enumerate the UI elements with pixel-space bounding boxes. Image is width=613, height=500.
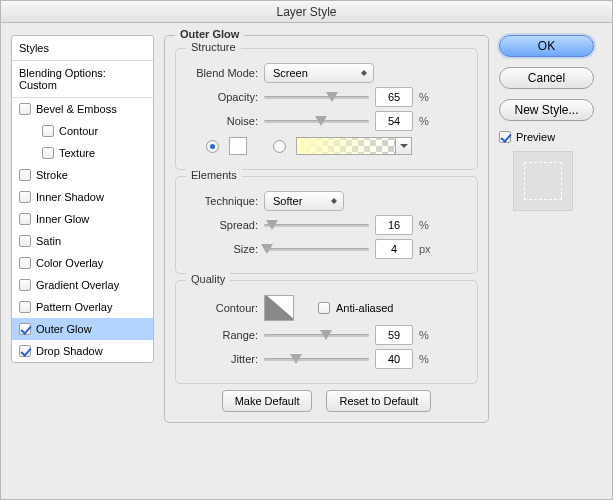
style-label: Inner Shadow bbox=[36, 191, 104, 203]
style-row-pattern-overlay[interactable]: Pattern Overlay bbox=[12, 296, 153, 318]
updown-icon bbox=[359, 66, 369, 80]
settings-column: Outer Glow Structure Blend Mode: Screen … bbox=[164, 35, 489, 489]
opacity-input[interactable]: 65 bbox=[375, 87, 413, 107]
style-label: Drop Shadow bbox=[36, 345, 103, 357]
style-checkbox[interactable] bbox=[19, 345, 31, 357]
style-row-texture[interactable]: Texture bbox=[12, 142, 153, 164]
range-input[interactable]: 59 bbox=[375, 325, 413, 345]
range-label: Range: bbox=[186, 329, 258, 341]
technique-row: Technique: Softer bbox=[186, 191, 467, 211]
cancel-button[interactable]: Cancel bbox=[499, 67, 594, 89]
opacity-unit: % bbox=[419, 91, 437, 103]
style-row-drop-shadow[interactable]: Drop Shadow bbox=[12, 340, 153, 362]
reset-default-button[interactable]: Reset to Default bbox=[326, 390, 431, 412]
size-input[interactable]: 4 bbox=[375, 239, 413, 259]
style-checkbox[interactable] bbox=[42, 147, 54, 159]
style-row-color-overlay[interactable]: Color Overlay bbox=[12, 252, 153, 274]
style-checkbox[interactable] bbox=[42, 125, 54, 137]
make-default-button[interactable]: Make Default bbox=[222, 390, 313, 412]
styles-column: Styles Blending Options: Custom Bevel & … bbox=[11, 35, 154, 489]
jitter-input[interactable]: 40 bbox=[375, 349, 413, 369]
contour-label: Contour: bbox=[186, 302, 258, 314]
color-swatch[interactable] bbox=[229, 137, 247, 155]
style-label: Pattern Overlay bbox=[36, 301, 112, 313]
jitter-row: Jitter: 40 % bbox=[186, 349, 467, 369]
elements-group: Elements Technique: Softer Spread: bbox=[175, 176, 478, 274]
layer-style-dialog: Layer Style Styles Blending Options: Cus… bbox=[0, 0, 613, 500]
style-row-contour[interactable]: Contour bbox=[12, 120, 153, 142]
style-checkbox[interactable] bbox=[19, 323, 31, 335]
noise-input[interactable]: 54 bbox=[375, 111, 413, 131]
size-row: Size: 4 px bbox=[186, 239, 467, 259]
noise-slider[interactable] bbox=[264, 113, 369, 129]
style-row-bevel-emboss[interactable]: Bevel & Emboss bbox=[12, 98, 153, 120]
style-label: Texture bbox=[59, 147, 95, 159]
style-checkbox[interactable] bbox=[19, 235, 31, 247]
style-row-satin[interactable]: Satin bbox=[12, 230, 153, 252]
style-label: Contour bbox=[59, 125, 98, 137]
style-checkbox[interactable] bbox=[19, 103, 31, 115]
group-title: Outer Glow bbox=[175, 28, 244, 40]
style-row-gradient-overlay[interactable]: Gradient Overlay bbox=[12, 274, 153, 296]
gradient-preview bbox=[296, 137, 396, 155]
actions-column: OK Cancel New Style... Preview bbox=[499, 35, 594, 489]
style-checkbox[interactable] bbox=[19, 279, 31, 291]
structure-legend: Structure bbox=[186, 41, 241, 53]
jitter-unit: % bbox=[419, 353, 437, 365]
gradient-swatch[interactable] bbox=[296, 137, 412, 155]
default-buttons-row: Make Default Reset to Default bbox=[175, 390, 478, 412]
blend-mode-select[interactable]: Screen bbox=[264, 63, 374, 83]
style-checkbox[interactable] bbox=[19, 213, 31, 225]
contour-row: Contour: Anti-aliased bbox=[186, 295, 467, 321]
spread-slider[interactable] bbox=[264, 217, 369, 233]
jitter-label: Jitter: bbox=[186, 353, 258, 365]
style-row-stroke[interactable]: Stroke bbox=[12, 164, 153, 186]
spread-label: Spread: bbox=[186, 219, 258, 231]
preview-row: Preview bbox=[499, 131, 594, 143]
glow-color-row bbox=[186, 137, 467, 155]
quality-legend: Quality bbox=[186, 273, 230, 285]
style-checkbox[interactable] bbox=[19, 257, 31, 269]
blend-mode-row: Blend Mode: Screen bbox=[186, 63, 467, 83]
style-label: Color Overlay bbox=[36, 257, 103, 269]
range-row: Range: 59 % bbox=[186, 325, 467, 345]
spread-input[interactable]: 16 bbox=[375, 215, 413, 235]
opacity-slider[interactable] bbox=[264, 89, 369, 105]
gradient-radio[interactable] bbox=[273, 140, 286, 153]
titlebar: Layer Style bbox=[1, 1, 612, 23]
technique-value: Softer bbox=[273, 195, 302, 207]
jitter-slider[interactable] bbox=[264, 351, 369, 367]
preview-label: Preview bbox=[516, 131, 555, 143]
dialog-content: Styles Blending Options: Custom Bevel & … bbox=[1, 23, 612, 499]
styles-listbox: Styles Blending Options: Custom Bevel & … bbox=[11, 35, 154, 363]
solid-color-radio[interactable] bbox=[206, 140, 219, 153]
size-label: Size: bbox=[186, 243, 258, 255]
styles-header[interactable]: Styles bbox=[12, 36, 153, 61]
anti-aliased-checkbox[interactable] bbox=[318, 302, 330, 314]
chevron-down-icon[interactable] bbox=[396, 137, 412, 155]
style-checkbox[interactable] bbox=[19, 191, 31, 203]
style-row-inner-glow[interactable]: Inner Glow bbox=[12, 208, 153, 230]
structure-group: Structure Blend Mode: Screen Opacity: bbox=[175, 48, 478, 170]
size-slider[interactable] bbox=[264, 241, 369, 257]
noise-unit: % bbox=[419, 115, 437, 127]
style-checkbox[interactable] bbox=[19, 301, 31, 313]
blending-options-row[interactable]: Blending Options: Custom bbox=[12, 61, 153, 98]
style-checkbox[interactable] bbox=[19, 169, 31, 181]
spread-unit: % bbox=[419, 219, 437, 231]
style-row-inner-shadow[interactable]: Inner Shadow bbox=[12, 186, 153, 208]
new-style-button[interactable]: New Style... bbox=[499, 99, 594, 121]
quality-group: Quality Contour: Anti-aliased Range: bbox=[175, 280, 478, 384]
elements-legend: Elements bbox=[186, 169, 242, 181]
contour-picker[interactable] bbox=[264, 295, 294, 321]
preview-thumbnail bbox=[513, 151, 573, 211]
spread-row: Spread: 16 % bbox=[186, 215, 467, 235]
technique-select[interactable]: Softer bbox=[264, 191, 344, 211]
style-row-outer-glow[interactable]: Outer Glow bbox=[12, 318, 153, 340]
opacity-label: Opacity: bbox=[186, 91, 258, 103]
preview-checkbox[interactable] bbox=[499, 131, 511, 143]
opacity-row: Opacity: 65 % bbox=[186, 87, 467, 107]
ok-button[interactable]: OK bbox=[499, 35, 594, 57]
range-slider[interactable] bbox=[264, 327, 369, 343]
blend-mode-value: Screen bbox=[273, 67, 308, 79]
